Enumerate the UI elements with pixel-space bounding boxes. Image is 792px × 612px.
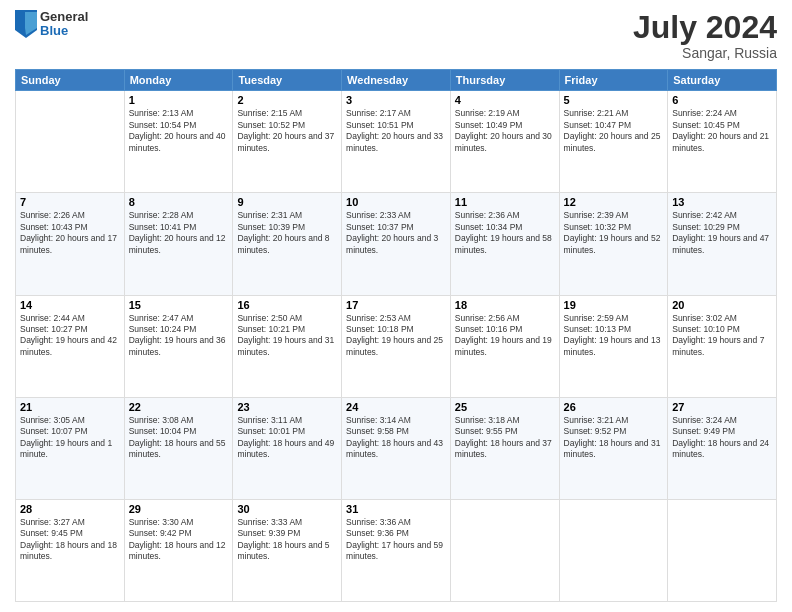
calendar-cell: 13Sunrise: 2:42 AMSunset: 10:29 PMDaylig… — [668, 193, 777, 295]
calendar-cell: 26Sunrise: 3:21 AMSunset: 9:52 PMDayligh… — [559, 397, 668, 499]
svg-marker-1 — [25, 12, 37, 35]
calendar-cell: 14Sunrise: 2:44 AMSunset: 10:27 PMDaylig… — [16, 295, 125, 397]
calendar-cell: 9Sunrise: 2:31 AMSunset: 10:39 PMDayligh… — [233, 193, 342, 295]
logo: General Blue — [15, 10, 88, 39]
day-number: 10 — [346, 196, 446, 208]
day-info: Sunrise: 3:08 AMSunset: 10:04 PMDaylight… — [129, 415, 229, 461]
calendar-cell: 28Sunrise: 3:27 AMSunset: 9:45 PMDayligh… — [16, 499, 125, 601]
logo-general: General — [40, 10, 88, 24]
day-number: 28 — [20, 503, 120, 515]
day-number: 3 — [346, 94, 446, 106]
calendar-cell: 29Sunrise: 3:30 AMSunset: 9:42 PMDayligh… — [124, 499, 233, 601]
day-number: 25 — [455, 401, 555, 413]
day-info: Sunrise: 2:44 AMSunset: 10:27 PMDaylight… — [20, 313, 120, 359]
day-number: 1 — [129, 94, 229, 106]
calendar-cell: 10Sunrise: 2:33 AMSunset: 10:37 PMDaylig… — [342, 193, 451, 295]
day-info: Sunrise: 2:47 AMSunset: 10:24 PMDaylight… — [129, 313, 229, 359]
week-row-1: 1Sunrise: 2:13 AMSunset: 10:54 PMDayligh… — [16, 91, 777, 193]
day-info: Sunrise: 2:13 AMSunset: 10:54 PMDaylight… — [129, 108, 229, 154]
day-number: 27 — [672, 401, 772, 413]
day-number: 4 — [455, 94, 555, 106]
calendar-cell: 3Sunrise: 2:17 AMSunset: 10:51 PMDayligh… — [342, 91, 451, 193]
weekday-header-row: Sunday Monday Tuesday Wednesday Thursday… — [16, 70, 777, 91]
calendar-cell — [450, 499, 559, 601]
header-saturday: Saturday — [668, 70, 777, 91]
day-number: 31 — [346, 503, 446, 515]
calendar-cell — [668, 499, 777, 601]
calendar-cell: 30Sunrise: 3:33 AMSunset: 9:39 PMDayligh… — [233, 499, 342, 601]
day-info: Sunrise: 2:17 AMSunset: 10:51 PMDaylight… — [346, 108, 446, 154]
header-monday: Monday — [124, 70, 233, 91]
calendar-cell: 2Sunrise: 2:15 AMSunset: 10:52 PMDayligh… — [233, 91, 342, 193]
day-info: Sunrise: 3:36 AMSunset: 9:36 PMDaylight:… — [346, 517, 446, 563]
day-info: Sunrise: 2:24 AMSunset: 10:45 PMDaylight… — [672, 108, 772, 154]
day-number: 5 — [564, 94, 664, 106]
calendar-cell: 15Sunrise: 2:47 AMSunset: 10:24 PMDaylig… — [124, 295, 233, 397]
day-info: Sunrise: 3:30 AMSunset: 9:42 PMDaylight:… — [129, 517, 229, 563]
calendar-cell: 25Sunrise: 3:18 AMSunset: 9:55 PMDayligh… — [450, 397, 559, 499]
day-number: 20 — [672, 299, 772, 311]
logo-blue: Blue — [40, 24, 88, 38]
day-info: Sunrise: 2:19 AMSunset: 10:49 PMDaylight… — [455, 108, 555, 154]
calendar-cell: 31Sunrise: 3:36 AMSunset: 9:36 PMDayligh… — [342, 499, 451, 601]
logo-icon — [15, 10, 37, 38]
day-info: Sunrise: 2:21 AMSunset: 10:47 PMDaylight… — [564, 108, 664, 154]
header-tuesday: Tuesday — [233, 70, 342, 91]
title-month: July 2024 — [633, 10, 777, 45]
day-number: 21 — [20, 401, 120, 413]
title-location: Sangar, Russia — [633, 45, 777, 61]
week-row-4: 21Sunrise: 3:05 AMSunset: 10:07 PMDaylig… — [16, 397, 777, 499]
calendar-cell: 20Sunrise: 3:02 AMSunset: 10:10 PMDaylig… — [668, 295, 777, 397]
header-sunday: Sunday — [16, 70, 125, 91]
calendar-cell: 1Sunrise: 2:13 AMSunset: 10:54 PMDayligh… — [124, 91, 233, 193]
calendar-page: General Blue July 2024 Sangar, Russia Su… — [0, 0, 792, 612]
calendar-cell: 7Sunrise: 2:26 AMSunset: 10:43 PMDayligh… — [16, 193, 125, 295]
calendar-table: Sunday Monday Tuesday Wednesday Thursday… — [15, 69, 777, 602]
calendar-cell: 6Sunrise: 2:24 AMSunset: 10:45 PMDayligh… — [668, 91, 777, 193]
day-info: Sunrise: 2:59 AMSunset: 10:13 PMDaylight… — [564, 313, 664, 359]
calendar-cell — [16, 91, 125, 193]
day-number: 22 — [129, 401, 229, 413]
day-number: 19 — [564, 299, 664, 311]
day-info: Sunrise: 2:31 AMSunset: 10:39 PMDaylight… — [237, 210, 337, 256]
calendar-cell: 4Sunrise: 2:19 AMSunset: 10:49 PMDayligh… — [450, 91, 559, 193]
day-number: 17 — [346, 299, 446, 311]
day-number: 6 — [672, 94, 772, 106]
day-info: Sunrise: 2:36 AMSunset: 10:34 PMDaylight… — [455, 210, 555, 256]
calendar-cell: 8Sunrise: 2:28 AMSunset: 10:41 PMDayligh… — [124, 193, 233, 295]
header-thursday: Thursday — [450, 70, 559, 91]
day-info: Sunrise: 2:15 AMSunset: 10:52 PMDaylight… — [237, 108, 337, 154]
week-row-3: 14Sunrise: 2:44 AMSunset: 10:27 PMDaylig… — [16, 295, 777, 397]
day-number: 18 — [455, 299, 555, 311]
day-info: Sunrise: 2:56 AMSunset: 10:16 PMDaylight… — [455, 313, 555, 359]
calendar-cell: 17Sunrise: 2:53 AMSunset: 10:18 PMDaylig… — [342, 295, 451, 397]
day-info: Sunrise: 2:26 AMSunset: 10:43 PMDaylight… — [20, 210, 120, 256]
calendar-cell: 16Sunrise: 2:50 AMSunset: 10:21 PMDaylig… — [233, 295, 342, 397]
day-info: Sunrise: 3:11 AMSunset: 10:01 PMDaylight… — [237, 415, 337, 461]
calendar-cell: 22Sunrise: 3:08 AMSunset: 10:04 PMDaylig… — [124, 397, 233, 499]
day-info: Sunrise: 3:02 AMSunset: 10:10 PMDaylight… — [672, 313, 772, 359]
title-block: July 2024 Sangar, Russia — [633, 10, 777, 61]
day-info: Sunrise: 3:27 AMSunset: 9:45 PMDaylight:… — [20, 517, 120, 563]
day-number: 2 — [237, 94, 337, 106]
calendar-cell: 21Sunrise: 3:05 AMSunset: 10:07 PMDaylig… — [16, 397, 125, 499]
calendar-cell — [559, 499, 668, 601]
day-info: Sunrise: 3:05 AMSunset: 10:07 PMDaylight… — [20, 415, 120, 461]
day-info: Sunrise: 3:18 AMSunset: 9:55 PMDaylight:… — [455, 415, 555, 461]
day-info: Sunrise: 2:42 AMSunset: 10:29 PMDaylight… — [672, 210, 772, 256]
day-number: 9 — [237, 196, 337, 208]
day-info: Sunrise: 2:28 AMSunset: 10:41 PMDaylight… — [129, 210, 229, 256]
day-number: 12 — [564, 196, 664, 208]
header-friday: Friday — [559, 70, 668, 91]
calendar-cell: 5Sunrise: 2:21 AMSunset: 10:47 PMDayligh… — [559, 91, 668, 193]
day-info: Sunrise: 3:33 AMSunset: 9:39 PMDaylight:… — [237, 517, 337, 563]
week-row-5: 28Sunrise: 3:27 AMSunset: 9:45 PMDayligh… — [16, 499, 777, 601]
day-info: Sunrise: 3:14 AMSunset: 9:58 PMDaylight:… — [346, 415, 446, 461]
calendar-cell: 11Sunrise: 2:36 AMSunset: 10:34 PMDaylig… — [450, 193, 559, 295]
day-info: Sunrise: 2:39 AMSunset: 10:32 PMDaylight… — [564, 210, 664, 256]
calendar-cell: 23Sunrise: 3:11 AMSunset: 10:01 PMDaylig… — [233, 397, 342, 499]
day-number: 15 — [129, 299, 229, 311]
calendar-cell: 19Sunrise: 2:59 AMSunset: 10:13 PMDaylig… — [559, 295, 668, 397]
logo-text: General Blue — [40, 10, 88, 39]
day-number: 13 — [672, 196, 772, 208]
